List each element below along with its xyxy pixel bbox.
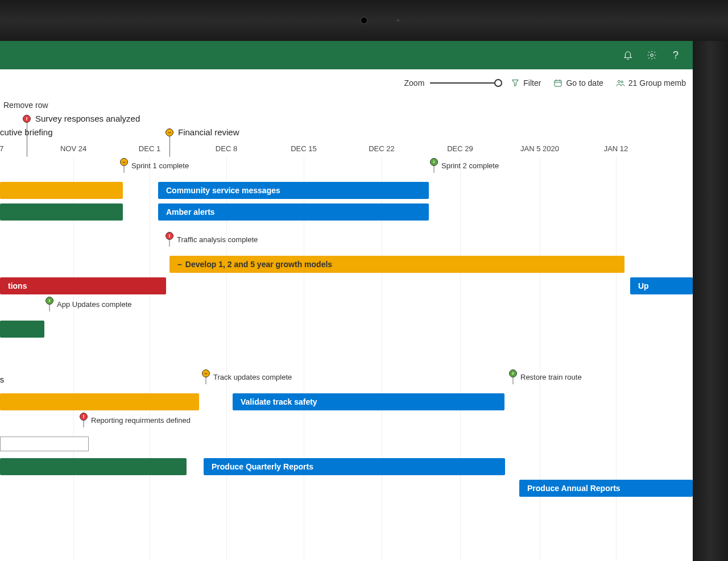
truncated-text: s (0, 375, 4, 384)
goto-date-button[interactable]: Go to date (553, 78, 603, 88)
milestone-row: Traffic analysis complete (0, 232, 693, 254)
question-icon: ? (673, 49, 679, 61)
timeline-view[interactable]: ! Survey responses analyzed cutive brief… (0, 114, 693, 561)
annotation-label: Financial review (178, 127, 239, 137)
task-bar-growth[interactable]: – Develop 1, 2 and 5 year growth models (169, 256, 624, 273)
pin-orange-icon: – (166, 128, 173, 136)
remove-row-button[interactable]: Remove row (3, 101, 48, 110)
row-gap (0, 340, 693, 369)
annotation-financial[interactable]: – Financial review (166, 127, 239, 137)
milestone-row: Reporting requirments defined (0, 413, 693, 434)
task-row (0, 318, 693, 340)
task-bar-tions[interactable]: tions (0, 277, 166, 294)
axis-tick: JAN 5 2020 (520, 144, 559, 153)
axis-tick: DEC 8 (216, 144, 237, 153)
milestone-trackupdates[interactable]: Track updates complete (202, 369, 292, 381)
milestone-label: Track updates complete (213, 369, 292, 381)
people-icon (616, 78, 625, 88)
gear-icon (647, 50, 657, 60)
zoom-slider[interactable] (430, 77, 498, 89)
toolbar: Zoom Filter Go to date 21 Group memb (0, 69, 693, 97)
axis-tick: DEC 15 (291, 144, 317, 153)
task-row (0, 434, 693, 456)
app-window: ? Zoom Filter Go to date 21 Group memb R… (0, 41, 693, 561)
milestone-sprint2[interactable]: Sprint 2 complete (430, 158, 499, 170)
timeline-rows: Sprint 1 complete Sprint 2 complete Comm… (0, 158, 693, 561)
annotation-briefing[interactable]: cutive briefing (0, 127, 53, 137)
milestone-appupdates[interactable]: App Updates complete (46, 297, 132, 309)
task-row: Community service messages (0, 180, 693, 201)
pin-red-icon: ! (23, 115, 31, 123)
task-row: – Develop 1, 2 and 5 year growth models (0, 254, 693, 275)
task-bar-annual[interactable]: Produce Annual Reports (519, 480, 693, 497)
sub-toolbar: Remove row (0, 97, 693, 114)
svg-point-2 (618, 80, 620, 82)
group-members-button[interactable]: 21 Group memb (616, 78, 686, 88)
annotation-label: cutive briefing (0, 127, 53, 137)
task-bar-up[interactable]: Up (630, 277, 693, 294)
axis-tick: DEC 29 (447, 144, 473, 153)
zoom-control[interactable]: Zoom (404, 77, 499, 89)
pin-green-icon (46, 297, 53, 305)
milestone-row: App Updates complete (0, 297, 693, 318)
goto-date-label: Go to date (566, 78, 603, 88)
task-bar-amber[interactable]: Amber alerts (158, 203, 429, 221)
axis-tick: DEC 22 (369, 144, 395, 153)
annotation-row: ! Survey responses analyzed cutive brief… (0, 114, 693, 144)
annotation-label: Survey responses analyzed (35, 114, 140, 123)
milestone-label: Sprint 2 complete (441, 158, 499, 170)
camera-icon (360, 16, 368, 24)
inline-edit-input[interactable] (0, 437, 89, 451)
task-row: Produce Quarterly Reports (0, 456, 693, 477)
pin-orange-icon (202, 369, 210, 377)
zoom-label: Zoom (404, 78, 425, 88)
milestone-label: Sprint 1 complete (131, 158, 189, 170)
task-row: tions Up (0, 275, 693, 297)
task-row: Amber alerts (0, 201, 693, 223)
svg-rect-1 (555, 80, 561, 86)
milestone-reporting[interactable]: Reporting requirments defined (80, 413, 191, 425)
annotation-survey[interactable]: ! Survey responses analyzed (23, 114, 140, 123)
milestone-label: Traffic analysis complete (177, 232, 258, 244)
time-axis: V 17 NOV 24 DEC 1 DEC 8 DEC 15 DEC 22 DE… (0, 144, 693, 156)
row-gap (0, 223, 693, 232)
pin-green-icon (509, 369, 517, 377)
milestone-row: Sprint 1 complete Sprint 2 complete (0, 158, 693, 180)
axis-tick: V 17 (0, 144, 3, 153)
group-members-label: 21 Group memb (628, 78, 686, 88)
task-bar[interactable] (0, 321, 44, 338)
task-bar-community[interactable]: Community service messages (158, 182, 429, 199)
milestone-sprint1[interactable]: Sprint 1 complete (120, 158, 189, 170)
task-row: Validate track safety (0, 391, 693, 413)
task-bar[interactable] (0, 203, 123, 221)
task-bar-quarterly[interactable]: Produce Quarterly Reports (204, 458, 505, 475)
bell-icon (623, 50, 633, 60)
task-bar[interactable] (0, 393, 199, 410)
milestone-label: App Updates complete (57, 297, 132, 309)
device-bezel-right (693, 0, 728, 561)
settings-button[interactable] (646, 49, 657, 61)
milestone-restoretrain[interactable]: Restore train route (509, 369, 582, 381)
filter-label: Filter (523, 78, 541, 88)
calendar-icon (553, 78, 562, 88)
svg-point-0 (651, 54, 653, 57)
milestone-traffic[interactable]: Traffic analysis complete (166, 232, 258, 244)
svg-point-3 (621, 81, 623, 82)
pin-red-icon (166, 232, 173, 240)
axis-tick: DEC 1 (139, 144, 160, 153)
notifications-button[interactable] (622, 49, 634, 61)
task-bar[interactable] (0, 458, 187, 475)
milestone-label: Restore train route (520, 369, 582, 381)
task-bar-validate[interactable]: Validate track safety (233, 393, 504, 410)
camera-sensor-icon (397, 19, 399, 22)
filter-button[interactable]: Filter (511, 78, 541, 88)
milestone-row: Track updates complete Restore train rou… (0, 369, 693, 391)
task-bar[interactable] (0, 182, 123, 199)
title-bar: ? (0, 41, 693, 69)
zoom-thumb[interactable] (494, 79, 502, 87)
collapse-icon[interactable]: – (177, 260, 182, 269)
zoom-track (430, 82, 498, 84)
task-row: Produce Annual Reports (0, 477, 693, 499)
pin-green-icon (430, 158, 438, 166)
help-button[interactable]: ? (670, 49, 681, 61)
